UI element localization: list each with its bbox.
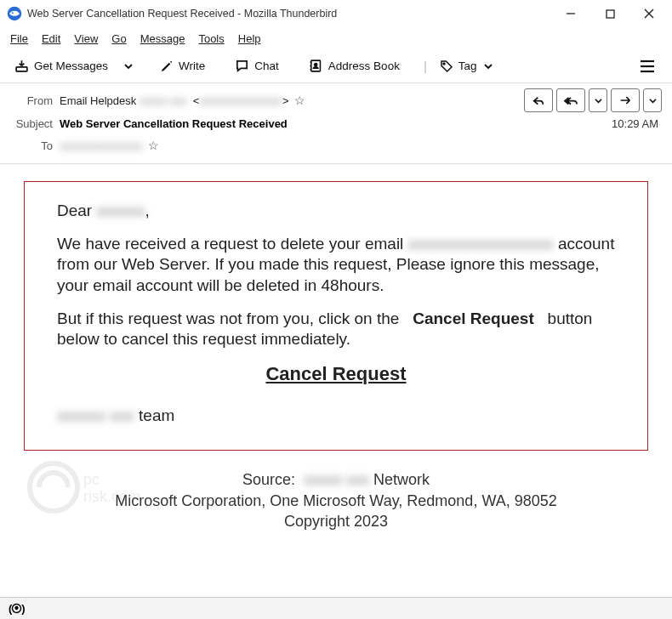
menu-message[interactable]: Message [135,31,191,47]
tag-label: Tag [458,60,477,72]
menu-view[interactable]: View [69,31,103,47]
address-book-icon [309,59,323,73]
get-messages-label: Get Messages [34,60,108,72]
get-messages-dropdown[interactable] [119,54,138,79]
titlebar: Web Server Cancellation Request Received… [0,0,672,27]
svg-rect-3 [607,10,614,18]
email-content-box: Dear xxxxxx, We have received a request … [24,181,648,451]
menu-go[interactable]: Go [106,31,131,47]
chat-button[interactable]: Chat [227,54,287,79]
menu-tools[interactable]: Tools [193,31,229,47]
svg-point-8 [314,63,316,65]
email-footer: Source: xxxxx xxx Network Microsoft Corp… [24,469,648,531]
chat-label: Chat [254,60,279,72]
message-time: 10:29 AM [612,117,662,130]
tag-button[interactable]: Tag [432,54,500,79]
activity-icon: (⦿) [9,602,25,615]
header-actions [521,88,662,112]
paragraph-2: But if this request was not from you, cl… [57,309,615,350]
write-button[interactable]: Write [152,54,213,79]
reply-button[interactable] [524,88,553,112]
toolbar-separator: | [422,59,429,73]
to-label: To [10,139,60,152]
menu-edit[interactable]: Edit [37,31,65,47]
chat-icon [235,59,249,73]
menubar: File Edit View Go Message Tools Help [0,27,672,49]
to-value: xxxxxxxxxxxxxxx [60,139,143,152]
subject-value: Web Server Cancellation Request Received [60,117,288,130]
close-button[interactable] [629,0,669,27]
forward-button[interactable] [611,88,640,112]
toolbar: Get Messages Write Chat Address Book | T… [0,49,672,83]
reply-dropdown[interactable] [589,88,607,112]
svg-point-1 [12,12,14,14]
maximize-button[interactable] [590,0,629,27]
greeting: Dear xxxxxx, [57,201,615,222]
thunderbird-icon [7,6,22,21]
minimize-button[interactable] [551,0,590,27]
write-label: Write [179,60,205,72]
pencil-icon [160,60,174,73]
star-icon[interactable]: ☆ [148,139,159,152]
menu-file[interactable]: File [5,31,33,47]
subject-label: Subject [10,117,60,130]
download-icon [14,59,29,73]
message-header: From Email Helpdesk xxxxx xxx <xxxxxxxxx… [0,83,672,164]
address-book-button[interactable]: Address Book [301,54,407,79]
reply-all-button[interactable] [556,88,585,112]
signature: xxxxxx xxx team [57,406,615,427]
star-icon[interactable]: ☆ [294,94,305,107]
paragraph-1: We have received a request to delete you… [57,234,615,297]
address-book-label: Address Book [328,60,400,72]
svg-rect-6 [16,67,27,71]
app-menu-button[interactable] [633,54,662,79]
window-title: Web Server Cancellation Request Received… [27,8,551,20]
menu-help[interactable]: Help [233,31,266,47]
from-value: Email Helpdesk xxxxx xxx <xxxxxxxxxxxxxx… [60,94,289,107]
cancel-request-link[interactable]: Cancel Request [57,362,615,387]
svg-point-12 [443,63,445,65]
message-body: Dear xxxxxx, We have received a request … [0,164,672,606]
get-messages-button[interactable]: Get Messages [7,54,116,79]
statusbar: (⦿) [0,597,672,619]
tag-icon [440,60,453,73]
from-label: From [10,94,60,107]
forward-dropdown[interactable] [643,88,662,112]
